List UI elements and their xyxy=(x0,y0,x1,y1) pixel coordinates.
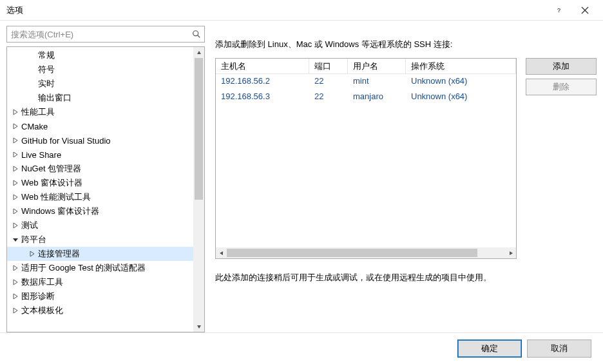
chevron-right-icon[interactable] xyxy=(11,122,20,131)
chevron-right-icon[interactable] xyxy=(11,207,20,216)
tree-item[interactable]: Live Share xyxy=(7,148,193,162)
panel-note: 此处添加的连接稍后可用于生成或调试，或在使用远程生成的项目中使用。 xyxy=(215,272,597,283)
col-header-port[interactable]: 端口 xyxy=(309,59,348,73)
svg-marker-7 xyxy=(14,138,17,143)
tree-item-label: 测试 xyxy=(21,220,38,231)
tree-item[interactable]: 适用于 Google Test 的测试适配器 xyxy=(7,261,193,275)
svg-marker-18 xyxy=(14,294,17,299)
chevron-right-icon[interactable] xyxy=(11,108,20,117)
help-icon: ? xyxy=(555,6,563,14)
scrollbar-thumb[interactable] xyxy=(195,58,203,200)
tree-item[interactable]: 性能工具 xyxy=(7,105,193,119)
cancel-button[interactable]: 取消 xyxy=(527,340,591,358)
tree-item-label: 输出窗口 xyxy=(38,92,72,104)
connections-table: 主机名 端口 用户名 操作系统 192.168.56.222mintUnknow… xyxy=(215,58,517,259)
options-tree[interactable]: 常规符号实时输出窗口性能工具CMakeGitHub for Visual Stu… xyxy=(7,47,193,332)
tree-item[interactable]: GitHub for Visual Studio xyxy=(7,133,193,148)
left-panel: 常规符号实时输出窗口性能工具CMakeGitHub for Visual Stu… xyxy=(6,26,205,332)
tree-item-label: Windows 窗体设计器 xyxy=(21,206,99,217)
scroll-right-icon[interactable] xyxy=(505,247,516,258)
chevron-right-icon[interactable] xyxy=(11,136,20,145)
svg-marker-22 xyxy=(220,251,223,255)
tree-item[interactable]: Web 窗体设计器 xyxy=(7,176,193,190)
chevron-right-icon[interactable] xyxy=(11,193,20,202)
tree-item-label: 文本模板化 xyxy=(21,305,63,316)
chevron-right-icon[interactable] xyxy=(11,306,20,315)
svg-marker-12 xyxy=(14,209,17,214)
tree-item[interactable]: 跨平台 xyxy=(7,233,193,247)
tree-item[interactable]: 常规 xyxy=(7,48,193,62)
svg-marker-16 xyxy=(14,265,17,271)
table-header: 主机名 端口 用户名 操作系统 xyxy=(216,59,516,74)
chevron-right-icon[interactable] xyxy=(11,221,20,230)
add-button[interactable]: 添加 xyxy=(526,58,597,75)
chevron-right-icon xyxy=(28,65,37,74)
svg-text:?: ? xyxy=(557,7,560,14)
chevron-right-icon[interactable] xyxy=(11,263,20,273)
scroll-left-icon[interactable] xyxy=(216,247,227,258)
chevron-right-icon xyxy=(28,79,37,88)
scroll-down-icon[interactable] xyxy=(193,321,204,332)
tree-item-label: Web 窗体设计器 xyxy=(21,177,82,189)
tree-item[interactable]: CMake xyxy=(7,119,193,133)
tree-item-label: NuGet 包管理器 xyxy=(21,163,81,175)
tree-item[interactable]: 测试 xyxy=(7,218,193,233)
tree-item[interactable]: Web 性能测试工具 xyxy=(7,190,193,204)
close-icon xyxy=(581,6,589,14)
tree-item[interactable]: 符号 xyxy=(7,62,193,77)
tree-item[interactable]: 图形诊断 xyxy=(7,289,193,303)
svg-marker-6 xyxy=(14,124,17,129)
help-button[interactable]: ? xyxy=(546,1,572,19)
side-buttons: 添加 删除 xyxy=(526,58,597,259)
chevron-right-icon[interactable] xyxy=(11,178,20,187)
scrollbar-track[interactable] xyxy=(193,58,204,321)
tree-item-label: 适用于 Google Test 的测试适配器 xyxy=(21,262,146,274)
tree-item-label: 常规 xyxy=(38,50,55,61)
table-row[interactable]: 192.168.56.322manjaroUnknown (x64) xyxy=(216,90,516,105)
svg-marker-21 xyxy=(197,325,201,329)
col-header-os[interactable]: 操作系统 xyxy=(406,59,516,73)
tree-item[interactable]: 文本模板化 xyxy=(7,303,193,318)
svg-marker-8 xyxy=(14,152,17,157)
svg-marker-11 xyxy=(14,195,17,200)
tree-item[interactable]: 数据库工具 xyxy=(7,275,193,289)
tree-item[interactable]: NuGet 包管理器 xyxy=(7,162,193,176)
tree-item-label: 图形诊断 xyxy=(21,291,55,302)
tree-scrollbar[interactable] xyxy=(193,47,204,332)
table-hscrollbar[interactable] xyxy=(216,247,516,258)
cell-port: 22 xyxy=(309,90,348,105)
tree-item[interactable]: 实时 xyxy=(7,77,193,91)
tree-item[interactable]: 输出窗口 xyxy=(7,91,193,105)
table-row[interactable]: 192.168.56.222mintUnknown (x64) xyxy=(216,74,516,90)
search-input[interactable] xyxy=(6,26,205,43)
chevron-down-icon[interactable] xyxy=(11,235,20,244)
tree-item[interactable]: 连接管理器 xyxy=(7,247,193,261)
cell-user: manjaro xyxy=(348,90,406,105)
chevron-right-icon[interactable] xyxy=(28,249,37,258)
svg-marker-19 xyxy=(14,308,17,313)
tree-item-label: 性能工具 xyxy=(21,106,55,118)
scroll-up-icon[interactable] xyxy=(193,47,204,58)
chevron-right-icon[interactable] xyxy=(11,150,20,159)
cell-host: 192.168.56.3 xyxy=(216,90,309,105)
chevron-right-icon[interactable] xyxy=(11,292,20,301)
table-body: 192.168.56.222mintUnknown (x64)192.168.5… xyxy=(216,74,516,247)
delete-button[interactable]: 删除 xyxy=(526,79,597,95)
tree-item-label: 数据库工具 xyxy=(21,276,63,288)
hscroll-track[interactable] xyxy=(227,247,505,258)
chevron-right-icon[interactable] xyxy=(11,164,20,173)
chevron-right-icon[interactable] xyxy=(11,278,20,287)
tree-item[interactable]: Windows 窗体设计器 xyxy=(7,204,193,218)
search-icon[interactable] xyxy=(191,28,202,40)
right-panel: 添加或删除到 Linux、Mac 或 Windows 等远程系统的 SSH 连接… xyxy=(215,26,597,332)
tree-item-label: Live Share xyxy=(21,150,61,160)
footer: 确定 取消 xyxy=(0,332,603,363)
hscroll-thumb[interactable] xyxy=(227,249,477,257)
cell-host: 192.168.56.2 xyxy=(216,74,309,90)
col-header-host[interactable]: 主机名 xyxy=(216,59,309,73)
tree-wrap: 常规符号实时输出窗口性能工具CMakeGitHub for Visual Stu… xyxy=(6,46,205,332)
close-button[interactable] xyxy=(572,1,598,19)
titlebar: 选项 ? xyxy=(0,0,603,21)
ok-button[interactable]: 确定 xyxy=(457,340,522,358)
col-header-user[interactable]: 用户名 xyxy=(348,59,406,73)
